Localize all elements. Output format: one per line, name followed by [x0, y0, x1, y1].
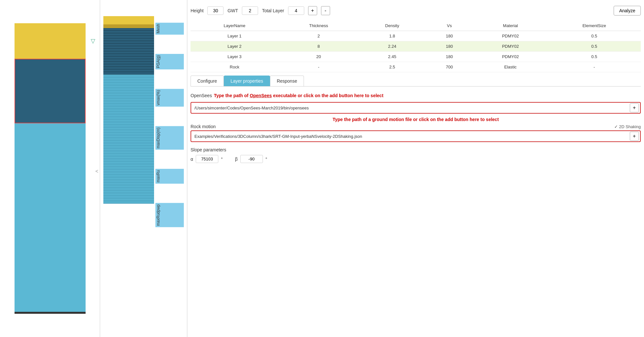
right-panel: Height GWT Total Layer + - Analyze Layer… [187, 0, 644, 337]
mesh-row-dark [103, 38, 154, 41]
mesh-row-dark [103, 56, 154, 59]
mesh-labels: Mesh PGA(g) vmax(%) maxDisp(m) maxRu max… [155, 3, 184, 334]
mesh-row-dark [103, 49, 154, 51]
top-controls: Height GWT Total Layer + - Analyze [191, 3, 641, 18]
analyze-button[interactable]: Analyze [614, 6, 641, 15]
mesh-row-dark [103, 69, 154, 72]
table-cell-3-0: Rock [191, 62, 278, 72]
table-cell-3-3: 700 [426, 62, 473, 72]
beta-label: β [235, 157, 238, 162]
table-cell-1-0: Layer 2 [191, 41, 278, 52]
table-cell-1-5: 0.5 [548, 41, 641, 52]
table-cell-3-5: - [548, 62, 641, 72]
soil-column: ▽ < [15, 23, 86, 314]
gwt-input[interactable] [242, 6, 258, 15]
height-input[interactable] [207, 6, 223, 15]
soil-layer-2[interactable] [15, 59, 86, 123]
mesh-row-dark [103, 36, 154, 38]
col-header-layername: LayerName [191, 21, 278, 31]
alpha-input[interactable] [196, 155, 218, 163]
gwt-label: GWT [227, 8, 238, 13]
slope-params: Slope parameters α ° β ° [191, 147, 641, 163]
shaking-label: 2D Shaking [619, 124, 641, 129]
ground-motion-instruction: Type the path of a ground motion file or… [191, 117, 641, 122]
opensees-add-button[interactable]: + [630, 103, 639, 112]
col-header-density: Density [359, 21, 426, 31]
table-cell-3-2: 2.5 [359, 62, 426, 72]
col-header-elementsize: ElementSize [548, 21, 641, 31]
mesh-row-dark [103, 51, 154, 54]
layer-arrow: ▽ [91, 37, 95, 45]
table-cell-2-0: Layer 3 [191, 52, 278, 62]
table-row[interactable]: Layer 3202.45180PDMY020.5 [191, 52, 641, 62]
mesh-label-maxdisp: maxDisp(m) [155, 126, 184, 150]
soil-layer-3[interactable] [15, 123, 86, 312]
mesh-row-dark [103, 41, 154, 44]
opensees-word: OpenSees [250, 93, 272, 98]
rock-motion-add-button[interactable]: + [630, 132, 639, 141]
alpha-label: α [191, 157, 193, 162]
tab-response[interactable]: Response [270, 76, 304, 86]
opensees-path-container: + [191, 102, 641, 114]
configure-panel: OpenSees Type the path of OpenSees execu… [191, 90, 641, 166]
rock-motion-path-container: + [191, 130, 641, 142]
table-cell-2-1: 20 [278, 52, 359, 62]
table-cell-1-1: 8 [278, 41, 359, 52]
rock-motion-path-input[interactable] [192, 132, 630, 141]
tabs-container: Configure Layer properties Response [191, 76, 641, 87]
table-cell-2-2: 2.45 [359, 52, 426, 62]
beta-input[interactable] [240, 155, 263, 163]
total-layer-input[interactable] [288, 6, 304, 15]
table-cell-0-3: 180 [426, 31, 473, 41]
table-row[interactable]: Layer 121.8180PDMY020.5 [191, 31, 641, 41]
table-cell-0-2: 1.8 [359, 31, 426, 41]
slope-params-label: Slope parameters [191, 147, 641, 152]
alpha-degree: ° [221, 157, 223, 162]
soil-column-base [15, 312, 86, 314]
soil-layer-1[interactable]: ▽ [15, 23, 86, 59]
table-cell-0-0: Layer 1 [191, 31, 278, 41]
table-cell-0-5: 0.5 [548, 31, 641, 41]
add-layer-button[interactable]: + [308, 6, 317, 15]
check-icon: ✓ [614, 124, 618, 129]
tab-configure[interactable]: Configure [191, 76, 224, 86]
shaking-checkbox[interactable]: ✓ 2D Shaking [614, 124, 641, 129]
mesh-row-dark [103, 64, 154, 67]
height-label: Height [191, 8, 203, 13]
table-cell-1-2: 2.24 [359, 41, 426, 52]
opensees-instruction: Type the path of OpenSees executable or … [214, 93, 383, 98]
table-row[interactable]: Rock-2.5700Elastic- [191, 62, 641, 72]
mesh-yellow [103, 16, 154, 24]
mesh-row-dark [103, 67, 154, 69]
mesh-row-dark [103, 62, 154, 64]
mesh-panel: Mesh PGA(g) vmax(%) maxDisp(m) maxRu max… [100, 0, 187, 337]
col-header-thickness: Thickness [278, 21, 359, 31]
mesh-row-dark [103, 59, 154, 62]
mesh-row-dark [103, 54, 154, 56]
rock-motion-label: Rock motion [191, 124, 216, 129]
table-row[interactable]: Layer 282.24180PDMY020.5 [191, 41, 641, 52]
remove-layer-button[interactable]: - [321, 6, 330, 15]
mesh-label-maxrudpwp: maxRudpwp [155, 203, 184, 227]
opensees-path-input[interactable] [192, 104, 630, 112]
ground-motion-header: Rock motion ✓ 2D Shaking [191, 124, 641, 129]
mesh-label-vmax: vmax(%) [155, 89, 184, 107]
table-cell-0-4: PDMY02 [473, 31, 548, 41]
table-cell-2-3: 180 [426, 52, 473, 62]
table-cell-0-1: 2 [278, 31, 359, 41]
mesh-dark-section [103, 28, 154, 75]
mesh-label-mesh: Mesh [155, 23, 184, 35]
mesh-label-pga: PGA(g) [155, 54, 184, 69]
table-cell-3-1: - [278, 62, 359, 72]
table-cell-1-4: PDMY02 [473, 41, 548, 52]
mesh-row-dark [103, 44, 154, 46]
table-cell-2-5: 0.5 [548, 52, 641, 62]
col-header-material: Material [473, 21, 548, 31]
layer-table: LayerName Thickness Density Vs Material … [191, 21, 641, 72]
mesh-row-dark [103, 33, 154, 36]
tab-layer-properties[interactable]: Layer properties [224, 76, 270, 86]
mesh-row-dark [103, 31, 154, 33]
collapse-arrow[interactable]: < [95, 168, 98, 174]
col-header-vs: Vs [426, 21, 473, 31]
opensees-label: OpenSees [191, 93, 212, 98]
